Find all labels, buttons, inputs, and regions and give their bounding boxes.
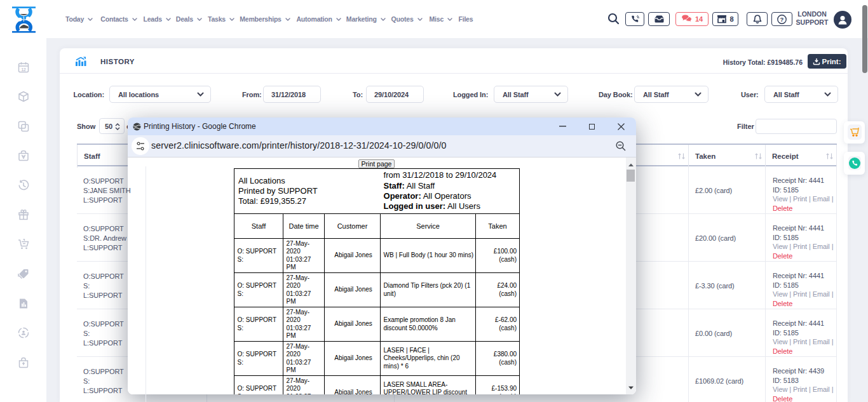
svg-text:12: 12 (21, 67, 26, 72)
svg-text:?: ? (780, 15, 784, 22)
